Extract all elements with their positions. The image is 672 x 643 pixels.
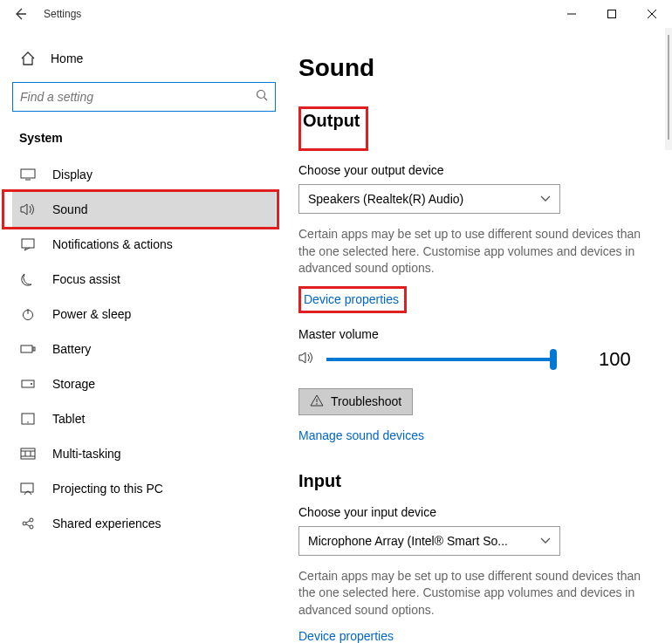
minimize-button[interactable]	[552, 0, 592, 28]
sidebar-item-projecting[interactable]: Projecting to this PC	[12, 471, 276, 506]
multitasking-icon	[19, 448, 37, 460]
sidebar-item-label: Projecting to this PC	[52, 482, 163, 496]
volume-slider[interactable]	[326, 358, 553, 361]
input-note: Certain apps may be set up to use differ…	[298, 568, 656, 619]
master-volume-label: Master volume	[298, 327, 662, 341]
home-icon	[19, 51, 37, 66]
back-button[interactable]	[0, 0, 40, 28]
svg-rect-11	[21, 345, 32, 352]
svg-point-23	[23, 522, 26, 525]
svg-line-5	[264, 98, 268, 101]
sidebar-item-battery[interactable]: Battery	[12, 332, 276, 366]
titlebar: Settings	[0, 0, 672, 28]
sidebar-item-power-sleep[interactable]: Power & sleep	[12, 297, 276, 332]
output-device-dropdown[interactable]: Speakers (Realtek(R) Audio)	[298, 184, 560, 214]
search-input[interactable]	[12, 82, 276, 112]
svg-rect-1	[608, 10, 616, 18]
home-nav[interactable]: Home	[12, 45, 276, 72]
input-device-properties-link[interactable]: Device properties	[298, 629, 394, 643]
troubleshoot-button[interactable]: Troubleshoot	[298, 388, 413, 415]
display-icon	[19, 168, 37, 181]
nav-list: Display Sound Notifications & actions Fo…	[12, 157, 276, 541]
input-heading: Input	[298, 471, 662, 491]
sidebar-item-notifications[interactable]: Notifications & actions	[12, 227, 276, 262]
input-device-dropdown[interactable]: Microphone Array (Intel® Smart So...	[298, 526, 560, 556]
category-heading: System	[19, 131, 276, 145]
svg-point-4	[257, 91, 265, 99]
svg-rect-6	[21, 169, 35, 178]
sidebar-item-label: Storage	[52, 377, 95, 391]
sidebar-item-label: Display	[52, 168, 93, 181]
volume-thumb[interactable]	[550, 349, 557, 370]
sidebar-item-label: Tablet	[52, 412, 85, 426]
volume-icon[interactable]	[298, 350, 316, 369]
svg-line-26	[26, 521, 30, 523]
input-device-label: Choose your input device	[298, 505, 662, 519]
highlight-annotation: Output	[298, 106, 368, 151]
svg-rect-12	[33, 347, 35, 351]
chevron-down-icon	[540, 193, 551, 205]
shared-icon	[19, 516, 37, 530]
sidebar-item-shared-experiences[interactable]: Shared experiences	[12, 506, 276, 541]
sidebar-item-label: Sound	[52, 202, 87, 216]
window-controls	[552, 0, 672, 28]
home-label: Home	[51, 51, 83, 65]
tablet-icon	[19, 413, 37, 425]
sidebar-item-label: Notifications & actions	[52, 237, 173, 251]
output-device-properties-link[interactable]: Device properties	[304, 292, 399, 306]
storage-icon	[19, 379, 37, 389]
output-device-value: Speakers (Realtek(R) Audio)	[308, 192, 463, 206]
maximize-button[interactable]	[592, 0, 632, 28]
sidebar-item-sound[interactable]: Sound	[12, 192, 276, 227]
page-title: Sound	[298, 54, 662, 82]
search-field[interactable]	[20, 90, 256, 104]
back-arrow-icon	[13, 7, 27, 21]
sidebar-item-label: Battery	[52, 342, 91, 356]
highlight-annotation: Device properties	[298, 286, 407, 313]
svg-point-24	[30, 518, 33, 522]
sidebar-item-multitasking[interactable]: Multi-tasking	[12, 436, 276, 471]
output-device-label: Choose your output device	[298, 163, 662, 177]
svg-point-25	[30, 525, 33, 529]
warning-icon	[310, 394, 324, 409]
sidebar-item-label: Shared experiences	[52, 516, 161, 530]
sidebar-item-tablet[interactable]: Tablet	[12, 401, 276, 436]
chevron-down-icon	[540, 535, 551, 547]
svg-point-14	[31, 383, 32, 385]
scrollbar[interactable]	[665, 28, 672, 150]
troubleshoot-label: Troubleshoot	[331, 394, 401, 408]
sidebar: Home System Display Sound Notifications …	[0, 28, 288, 643]
output-note: Certain apps may be set up to use differ…	[298, 226, 656, 277]
svg-rect-17	[21, 448, 35, 459]
sidebar-item-label: Focus assist	[52, 272, 120, 286]
focus-assist-icon	[19, 272, 37, 286]
power-icon	[19, 307, 37, 321]
volume-control: 100	[298, 348, 662, 371]
manage-sound-devices-link[interactable]: Manage sound devices	[298, 428, 424, 442]
svg-point-29	[316, 403, 318, 405]
main-container: Home System Display Sound Notifications …	[0, 28, 672, 643]
svg-rect-22	[21, 483, 33, 492]
input-device-value: Microphone Array (Intel® Smart So...	[308, 534, 508, 548]
sidebar-item-label: Power & sleep	[52, 307, 131, 321]
svg-point-16	[27, 421, 29, 423]
notifications-icon	[19, 237, 37, 251]
projecting-icon	[19, 482, 37, 495]
sidebar-item-label: Multi-tasking	[52, 447, 121, 461]
highlight-annotation	[2, 189, 279, 229]
search-icon	[256, 89, 268, 105]
sidebar-item-focus-assist[interactable]: Focus assist	[12, 262, 276, 297]
scrollbar-thumb[interactable]	[668, 35, 669, 140]
sound-icon	[19, 202, 37, 216]
volume-value: 100	[599, 348, 631, 371]
sidebar-item-storage[interactable]: Storage	[12, 366, 276, 401]
close-button[interactable]	[632, 0, 672, 28]
svg-line-27	[26, 524, 30, 526]
sidebar-item-display[interactable]: Display	[12, 157, 276, 192]
content-pane: Sound Output Choose your output device S…	[288, 28, 672, 643]
svg-rect-8	[22, 239, 34, 248]
battery-icon	[19, 344, 37, 354]
window-title: Settings	[44, 8, 81, 20]
output-heading: Output	[303, 111, 360, 131]
